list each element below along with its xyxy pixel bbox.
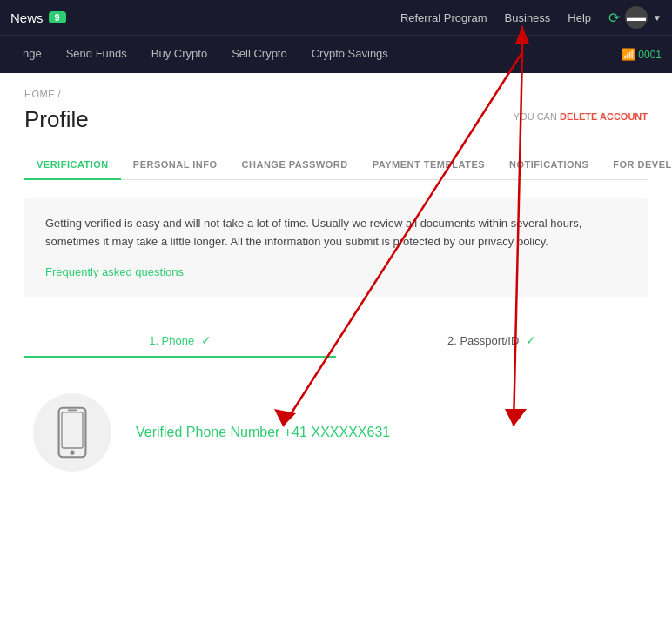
verified-phone-text: Verified Phone Number +41 XXXXXX631 bbox=[136, 425, 390, 440]
faq-link[interactable]: Frequently asked questions bbox=[45, 265, 184, 278]
help-link[interactable]: Help bbox=[568, 11, 591, 24]
step-passport-check: ✓ bbox=[526, 333, 536, 347]
nav-label-exchange: nge bbox=[23, 47, 42, 60]
tab-label-for-developers: FOR DEVELOPERS bbox=[613, 159, 672, 170]
info-text: Getting verified is easy and will not ta… bbox=[45, 215, 627, 251]
phone-icon bbox=[53, 406, 91, 459]
page-title: Profile bbox=[24, 106, 89, 133]
connection-icon: ⟳ bbox=[608, 10, 620, 26]
step-phone[interactable]: 1. Phone ✓ bbox=[24, 323, 336, 358]
indicator-value: 0001 bbox=[638, 49, 662, 61]
delete-account-area: YOU CAN DELETE ACCOUNT bbox=[514, 111, 648, 122]
delete-account-link[interactable]: DELETE ACCOUNT bbox=[560, 111, 648, 122]
nav-label-send-funds: Send Funds bbox=[66, 47, 127, 60]
tab-label-personal-info: PERSONAL INFO bbox=[133, 159, 218, 170]
step-passport[interactable]: 2. Passport/ID ✓ bbox=[336, 323, 648, 358]
page-header: Profile YOU CAN DELETE ACCOUNT bbox=[24, 106, 648, 133]
news-badge[interactable]: 9 bbox=[49, 11, 66, 23]
verification-steps: 1. Phone ✓ 2. Passport/ID ✓ bbox=[24, 323, 648, 358]
tab-label-verification: VERIFICATION bbox=[37, 159, 109, 170]
referral-program-link[interactable]: Referral Program bbox=[400, 11, 487, 24]
top-nav-bar: News 9 Referral Program Business Help ⟳ … bbox=[0, 0, 672, 35]
nav-item-exchange[interactable]: nge bbox=[10, 36, 54, 74]
nav-label-buy-crypto: Buy Crypto bbox=[151, 47, 207, 60]
svg-rect-1 bbox=[62, 412, 83, 447]
step-phone-label: 1. Phone bbox=[149, 334, 194, 347]
business-link[interactable]: Business bbox=[505, 11, 551, 24]
breadcrumb-separator: / bbox=[58, 89, 62, 99]
nav-item-crypto-savings[interactable]: Crypto Savings bbox=[299, 36, 400, 74]
user-area[interactable]: ⟳ ▬▬ ▼ bbox=[608, 6, 662, 29]
dropdown-icon[interactable]: ▼ bbox=[653, 13, 662, 23]
step-phone-check: ✓ bbox=[201, 333, 212, 347]
phone-icon-circle bbox=[33, 393, 111, 472]
breadcrumb: HOME / bbox=[24, 89, 648, 99]
tab-verification[interactable]: VERIFICATION bbox=[24, 151, 121, 180]
breadcrumb-home[interactable]: HOME bbox=[24, 89, 55, 99]
nav-label-crypto-savings: Crypto Savings bbox=[312, 47, 388, 60]
tab-payment-templates[interactable]: PAYMENT TEMPLATES bbox=[360, 151, 497, 180]
step-passport-label: 2. Passport/ID bbox=[447, 334, 519, 347]
news-label[interactable]: News bbox=[10, 10, 44, 25]
nav-indicator: 📶 0001 bbox=[622, 48, 662, 61]
tab-label-payment-templates: PAYMENT TEMPLATES bbox=[373, 159, 485, 170]
svg-rect-3 bbox=[68, 409, 77, 411]
nav-item-sell-crypto[interactable]: Sell Crypto bbox=[219, 36, 299, 74]
main-nav-bar: nge Send Funds Buy Crypto Sell Crypto Cr… bbox=[0, 35, 672, 73]
page-content: HOME / Profile YOU CAN DELETE ACCOUNT VE… bbox=[0, 73, 672, 496]
step-underline bbox=[24, 356, 336, 358]
nav-item-send-funds[interactable]: Send Funds bbox=[54, 36, 139, 74]
phone-section: Verified Phone Number +41 XXXXXX631 bbox=[24, 385, 648, 480]
tab-for-developers[interactable]: FOR DEVELOPERS bbox=[601, 151, 672, 180]
news-section: News 9 bbox=[10, 10, 66, 25]
verification-info-box: Getting verified is easy and will not ta… bbox=[24, 198, 648, 297]
nav-item-buy-crypto[interactable]: Buy Crypto bbox=[139, 36, 219, 74]
avatar: ▬▬ bbox=[625, 6, 648, 29]
svg-point-2 bbox=[70, 450, 74, 454]
svg-rect-0 bbox=[59, 407, 86, 457]
tab-change-password[interactable]: CHANGE PASSWORD bbox=[230, 151, 360, 180]
tab-label-change-password: CHANGE PASSWORD bbox=[242, 159, 348, 170]
tab-personal-info[interactable]: PERSONAL INFO bbox=[121, 151, 230, 180]
tab-label-notifications: NOTIFICATIONS bbox=[509, 159, 588, 170]
profile-tabs: VERIFICATION PERSONAL INFO CHANGE PASSWO… bbox=[24, 151, 648, 180]
you-can-text: YOU CAN bbox=[514, 111, 557, 122]
tab-notifications[interactable]: NOTIFICATIONS bbox=[497, 151, 601, 180]
nav-label-sell-crypto: Sell Crypto bbox=[232, 47, 287, 60]
top-nav-links: Referral Program Business Help ⟳ ▬▬ ▼ bbox=[400, 6, 662, 29]
bar-chart-icon: 📶 bbox=[622, 48, 635, 61]
